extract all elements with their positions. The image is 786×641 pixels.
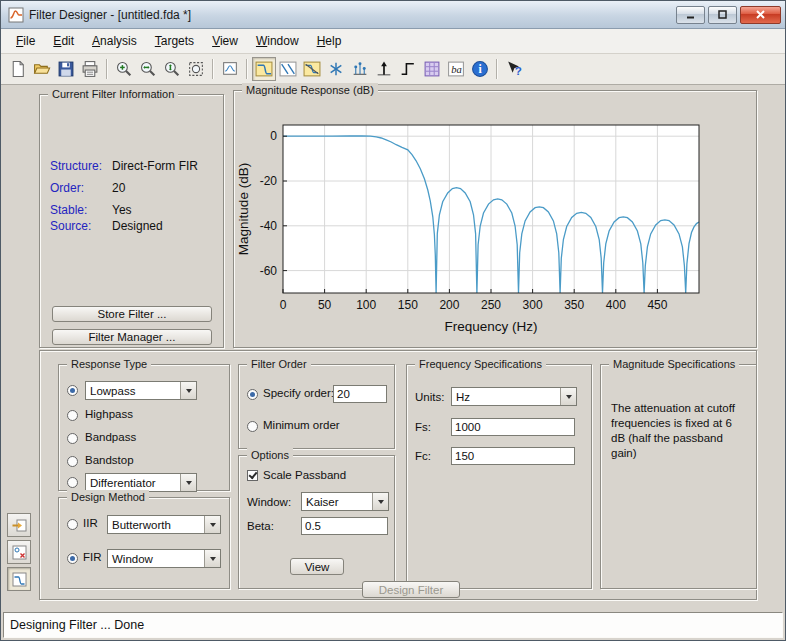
main-area: Current Filter Information Structure:Dir… xyxy=(1,85,785,610)
current-filter-information-title: Current Filter Information xyxy=(48,87,178,101)
menu-edit[interactable]: Edit xyxy=(44,31,83,51)
phase-delay-button[interactable] xyxy=(348,57,372,81)
menu-view[interactable]: View xyxy=(203,31,247,51)
menu-targets[interactable]: Targets xyxy=(146,31,203,51)
svg-text:350: 350 xyxy=(564,298,584,312)
open-session-button[interactable] xyxy=(30,57,54,81)
svg-text:Magnitude (dB): Magnitude (dB) xyxy=(236,163,251,255)
group-delay-button[interactable] xyxy=(324,57,348,81)
response-type-lowpass-combo[interactable]: Lowpass xyxy=(85,381,197,400)
print-to-figure-button[interactable] xyxy=(218,57,242,81)
menu-window[interactable]: Window xyxy=(247,31,308,51)
design-method-title: Design Method xyxy=(67,490,149,504)
view-button[interactable]: View xyxy=(290,558,344,575)
design-filter-button[interactable]: Design Filter xyxy=(362,581,460,598)
close-button[interactable] xyxy=(740,6,781,24)
combo-arrow-icon[interactable] xyxy=(372,493,388,510)
design-method-fir-label: FIR xyxy=(83,551,102,563)
combo-arrow-icon[interactable] xyxy=(560,388,576,405)
step-response-button[interactable] xyxy=(396,57,420,81)
frequency-specifications-title: Frequency Specifications xyxy=(415,357,546,371)
combo-arrow-icon[interactable] xyxy=(180,474,196,491)
frequency-specifications-group: Frequency Specifications Units: Hz Fs: F… xyxy=(406,364,592,589)
info-row-stable: Stable:Yes xyxy=(50,203,132,217)
response-type-lowpass-radio[interactable] xyxy=(67,385,78,396)
minimum-order-label: Minimum order xyxy=(263,419,340,431)
units-combo[interactable]: Hz xyxy=(451,387,577,406)
design-filter-panel: Response Type Lowpass Highpass Bandpass … xyxy=(39,350,757,600)
scale-passband-label: Scale Passband xyxy=(263,469,346,481)
full-view-button[interactable] xyxy=(184,57,208,81)
svg-text:-40: -40 xyxy=(260,219,278,233)
current-filter-information-panel: Current Filter Information Structure:Dir… xyxy=(39,94,224,348)
menu-analysis[interactable]: Analysis xyxy=(83,31,146,51)
combo-arrow-icon[interactable] xyxy=(204,550,220,567)
filter-information-button[interactable]: i xyxy=(468,57,492,81)
sidebar-design-filter-button[interactable] xyxy=(7,567,31,591)
scale-passband-checkbox[interactable] xyxy=(247,470,258,481)
minimum-order-radio[interactable] xyxy=(247,421,258,432)
toolbar-separator xyxy=(106,59,108,79)
response-type-bandstop-radio[interactable] xyxy=(67,456,78,467)
svg-text:50: 50 xyxy=(318,298,332,312)
fs-input[interactable] xyxy=(451,418,575,436)
fs-label: Fs: xyxy=(415,421,431,433)
response-type-bandpass-radio[interactable] xyxy=(67,433,78,444)
magnitude-response-chart: 0501001502002503003504004500-20-40-60Fre… xyxy=(234,92,756,346)
context-help-button[interactable]: ? xyxy=(502,57,526,81)
response-type-differentiator-radio[interactable] xyxy=(67,477,78,488)
options-group: Options Scale Passband Window: Kaiser Be… xyxy=(238,455,395,589)
svg-text:250: 250 xyxy=(481,298,501,312)
new-session-button[interactable] xyxy=(6,57,30,81)
svg-text:0: 0 xyxy=(270,129,277,143)
impulse-response-button[interactable] xyxy=(372,57,396,81)
magnitude-and-phase-button[interactable] xyxy=(300,57,324,81)
fc-input[interactable] xyxy=(451,447,575,465)
sidebar-import-filter-button[interactable] xyxy=(7,513,31,537)
zoom-in-button[interactable] xyxy=(112,57,136,81)
magnitude-specifications-title: Magnitude Specifications xyxy=(609,357,739,371)
response-type-bandpass-label: Bandpass xyxy=(85,431,136,443)
design-method-iir-combo[interactable]: Butterworth xyxy=(107,515,221,534)
toolbar-separator xyxy=(496,59,498,79)
design-method-iir-radio[interactable] xyxy=(67,519,78,530)
maximize-button[interactable] xyxy=(708,6,737,24)
svg-text:-20: -20 xyxy=(260,174,278,188)
response-type-group: Response Type Lowpass Highpass Bandpass … xyxy=(58,364,230,491)
window-controls xyxy=(673,6,781,24)
design-method-fir-radio[interactable] xyxy=(67,553,78,564)
sidebar-pole-zero-editor-button[interactable] xyxy=(7,540,31,564)
combo-arrow-icon[interactable] xyxy=(204,516,220,533)
magnitude-specifications-group: Magnitude Specifications The attenuation… xyxy=(600,364,757,589)
filter-order-group: Filter Order Specify order: Minimum orde… xyxy=(238,364,395,449)
status-bar: Designing Filter ... Done xyxy=(1,610,785,640)
toolbar: ba i ? xyxy=(1,54,785,85)
info-row-structure: Structure:Direct-Form FIR xyxy=(50,159,198,173)
filter-manager-button[interactable]: Filter Manager ... xyxy=(52,329,212,345)
response-type-highpass-radio[interactable] xyxy=(67,410,78,421)
pole-zero-plot-button[interactable] xyxy=(420,57,444,81)
filter-designer-window: Filter Designer - [untitled.fda *] File … xyxy=(0,0,786,641)
beta-input[interactable] xyxy=(301,517,388,535)
window-title: Filter Designer - [untitled.fda *] xyxy=(29,8,673,22)
svg-text:?: ? xyxy=(515,64,522,77)
print-button[interactable] xyxy=(78,57,102,81)
toolbar-separator xyxy=(212,59,214,79)
magnitude-response-button[interactable] xyxy=(252,57,276,81)
menu-help[interactable]: Help xyxy=(308,31,351,51)
design-method-fir-combo[interactable]: Window xyxy=(107,549,221,568)
menu-file[interactable]: File xyxy=(7,31,44,51)
filter-coefficients-button[interactable]: ba xyxy=(444,57,468,81)
store-filter-button[interactable]: Store Filter ... xyxy=(52,306,212,322)
window-combo[interactable]: Kaiser xyxy=(301,492,389,511)
phase-response-button[interactable] xyxy=(276,57,300,81)
options-title: Options xyxy=(247,448,293,462)
zoom-x-button[interactable] xyxy=(136,57,160,81)
minimize-button[interactable] xyxy=(676,6,705,24)
specify-order-input[interactable] xyxy=(333,385,387,403)
specify-order-radio[interactable] xyxy=(247,389,258,400)
fc-label: Fc: xyxy=(415,450,431,462)
zoom-y-button[interactable] xyxy=(160,57,184,81)
combo-arrow-icon[interactable] xyxy=(180,382,196,399)
save-session-button[interactable] xyxy=(54,57,78,81)
